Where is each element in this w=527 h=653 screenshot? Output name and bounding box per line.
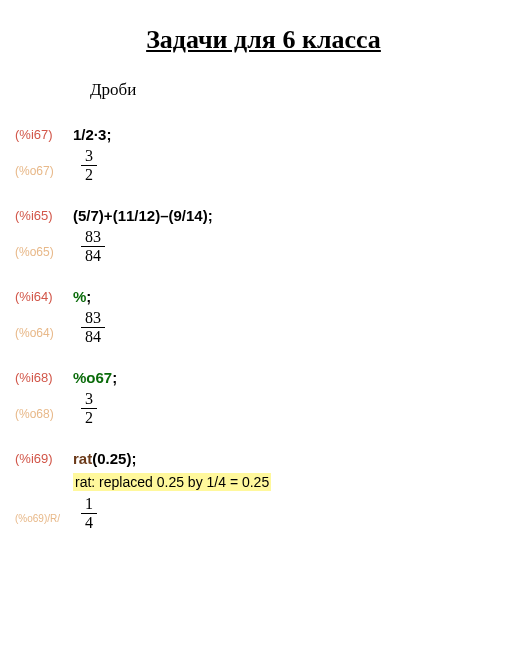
input-row: (%i65)(5/7)+(11/12)–(9/14); (15, 206, 512, 224)
expr-op: ; (131, 450, 136, 467)
expr-num: 9 (174, 207, 182, 224)
fraction-numerator: 3 (81, 390, 97, 409)
output-row: (%o67)32 (15, 147, 512, 184)
output-row: (%o69)/R/14 (15, 495, 512, 532)
input-label: (%i67) (15, 125, 73, 142)
expr-num: 14 (186, 207, 203, 224)
output-fraction: 32 (81, 390, 97, 427)
input-row: (%i67)1/2·3; (15, 125, 512, 143)
output-fraction: 8384 (81, 309, 105, 346)
fraction-numerator: 83 (81, 228, 105, 247)
output-fraction: 8384 (81, 228, 105, 265)
cell-block: (%i65)(5/7)+(11/12)–(9/14);(%o65)8384 (15, 206, 512, 265)
expr-op: ; (208, 207, 213, 224)
expr-op: – (160, 207, 168, 224)
output-label: (%o64) (15, 316, 73, 340)
output-label: (%o68) (15, 397, 73, 421)
cell-block: (%i67)1/2·3;(%o67)32 (15, 125, 512, 184)
input-label: (%i68) (15, 368, 73, 385)
input-expression: 1/2·3; (73, 125, 111, 143)
page-title: Задачи для 6 класса (15, 25, 512, 55)
fraction-denominator: 4 (81, 514, 97, 532)
fraction-denominator: 84 (81, 328, 105, 346)
expr-fn: rat (73, 450, 92, 467)
expr-num: 11 (118, 207, 135, 224)
expr-op: ; (106, 126, 111, 143)
expr-pct: % (73, 288, 86, 305)
expr-num: 12 (138, 207, 155, 224)
cell-block: (%i64)%;(%o64)8384 (15, 287, 512, 346)
expr-num: 7 (91, 207, 99, 224)
fraction-denominator: 2 (81, 166, 97, 184)
section-subtitle: Дроби (90, 80, 512, 100)
input-row: (%i69)rat(0.25); (15, 449, 512, 467)
cell-block: (%i68)%o67;(%o68)32 (15, 368, 512, 427)
expr-num: 0.25 (97, 450, 126, 467)
output-row: (%o68)32 (15, 390, 512, 427)
expr-num: 2 (86, 126, 94, 143)
fraction-numerator: 3 (81, 147, 97, 166)
input-expression: rat(0.25); (73, 449, 136, 467)
fraction-numerator: 83 (81, 309, 105, 328)
expr-oref: %o67 (73, 369, 112, 386)
input-expression: (5/7)+(11/12)–(9/14); (73, 206, 213, 224)
input-label: (%i69) (15, 449, 73, 466)
output-fraction: 32 (81, 147, 97, 184)
fraction-denominator: 2 (81, 409, 97, 427)
input-expression: %; (73, 287, 91, 305)
input-label: (%i64) (15, 287, 73, 304)
output-row: (%o65)8384 (15, 228, 512, 265)
fraction-numerator: 1 (81, 495, 97, 514)
output-label: (%o65) (15, 235, 73, 259)
output-label: (%o69)/R/ (15, 503, 73, 524)
output-row: (%o64)8384 (15, 309, 512, 346)
input-expression: %o67; (73, 368, 117, 386)
expr-op: + (104, 207, 113, 224)
output-fraction: 14 (81, 495, 97, 532)
expr-op: ; (86, 288, 91, 305)
cell-block: (%i69)rat(0.25);rat: replaced 0.25 by 1/… (15, 449, 512, 532)
input-row: (%i68)%o67; (15, 368, 512, 386)
fraction-denominator: 84 (81, 247, 105, 265)
cells-container: (%i67)1/2·3;(%o67)32(%i65)(5/7)+(11/12)–… (15, 125, 512, 532)
output-label: (%o67) (15, 154, 73, 178)
expr-op: ; (112, 369, 117, 386)
warning-message: rat: replaced 0.25 by 1/4 = 0.25 (73, 473, 271, 491)
input-row: (%i64)%; (15, 287, 512, 305)
input-label: (%i65) (15, 206, 73, 223)
